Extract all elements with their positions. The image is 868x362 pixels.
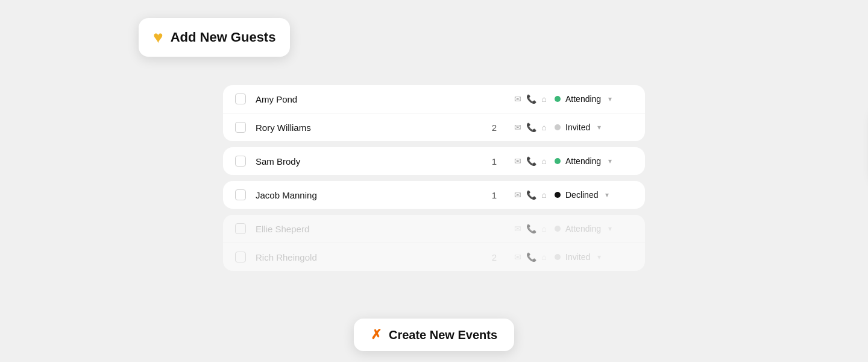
checkbox-rich[interactable] [235,252,246,262]
status-text-jacob: Declined [565,190,598,200]
phone-icon-jacob[interactable]: 📞 [526,190,536,200]
checkbox-amy[interactable] [235,94,246,104]
status-text-ellie: Attending [565,224,601,233]
table-row: Rich Rheingold 2 ✉ 📞 ⌂ Invited ▾ [223,243,645,271]
status-badge-jacob: Declined ▾ [555,190,633,200]
guest-count-sam: 1 [482,156,506,167]
status-dot-sam [555,158,561,164]
status-dot-ellie [555,226,561,232]
contact-icons-jacob: ✉ 📞 ⌂ [506,190,555,200]
email-icon-ellie[interactable]: ✉ [514,224,521,233]
status-text-rory: Invited [565,122,590,132]
home-icon[interactable]: ⌂ [541,94,546,104]
email-icon-rory[interactable]: ✉ [514,122,521,132]
status-badge-amy: Attending ▾ [555,94,633,104]
contact-icons-amy: ✉ 📞 ⌂ [506,94,555,104]
guest-name-amy: Amy Pond [256,94,482,104]
email-icon[interactable]: ✉ [514,94,521,104]
home-icon-ellie[interactable]: ⌂ [541,224,546,233]
status-dot-amy [555,96,561,102]
chevron-icon-rory[interactable]: ▾ [597,123,601,132]
phone-icon-rich[interactable]: 📞 [526,252,536,262]
status-badge-rich: Invited ▾ [555,252,633,262]
checkbox-sam[interactable] [235,156,246,167]
guest-name-rich: Rich Rheingold [256,252,482,262]
status-badge-rory: Invited ▾ [555,122,633,132]
chevron-icon-amy[interactable]: ▾ [608,95,612,103]
home-icon-jacob[interactable]: ⌂ [541,190,546,200]
phone-icon-ellie[interactable]: 📞 [526,224,536,233]
status-badge-ellie: Attending ▾ [555,224,633,233]
guest-card-2: Sam Brody 1 ✉ 📞 ⌂ Attending ▾ [223,147,645,175]
add-guests-label: Add New Guests [171,30,276,45]
email-icon-rich[interactable]: ✉ [514,252,521,262]
checkbox-rory[interactable] [235,122,246,133]
guest-name-ellie: Ellie Sheperd [256,224,482,234]
phone-icon-rory[interactable]: 📞 [526,122,536,132]
status-badge-sam: Attending ▾ [555,156,633,166]
chevron-icon-rich[interactable]: ▾ [597,253,601,261]
phone-icon[interactable]: 📞 [526,94,536,104]
page-container: ♥ Add New Guests Amy Pond ✉ 📞 ⌂ Attendin… [0,0,868,362]
heart-icon: ♥ [153,28,163,47]
table-row: Rory Williams 2 ✉ 📞 ⌂ Invited ▾ [223,113,645,141]
guest-card-1: Amy Pond ✉ 📞 ⌂ Attending ▾ Rory Williams… [223,85,645,141]
table-row: Sam Brody 1 ✉ 📞 ⌂ Attending ▾ [223,147,645,175]
chevron-icon-sam[interactable]: ▾ [608,157,612,165]
guest-name-jacob: Jacob Manning [256,190,482,200]
contact-icons-rory: ✉ 📞 ⌂ [506,122,555,132]
chevron-icon-jacob[interactable]: ▾ [605,191,609,199]
status-dot-jacob [555,192,561,198]
create-events-label: Create New Events [389,328,497,342]
table-row: Amy Pond ✉ 📞 ⌂ Attending ▾ [223,85,645,113]
fork-knife-icon: ✗ [371,327,382,343]
add-guests-bubble[interactable]: ♥ Add New Guests [139,18,290,57]
home-icon-rory[interactable]: ⌂ [541,122,546,132]
guest-card-4: Ellie Sheperd ✉ 📞 ⌂ Attending ▾ Rich Rhe… [223,215,645,271]
status-dot-rich [555,254,561,260]
status-text-sam: Attending [565,156,601,166]
email-icon-jacob[interactable]: ✉ [514,190,521,200]
checkbox-jacob[interactable] [235,189,246,200]
contact-icons-rich: ✉ 📞 ⌂ [506,252,555,262]
checkbox-ellie[interactable] [235,223,246,234]
contact-icons-ellie: ✉ 📞 ⌂ [506,224,555,233]
guest-list-container: Amy Pond ✉ 📞 ⌂ Attending ▾ Rory Williams… [223,85,645,277]
status-text-rich: Invited [565,252,590,262]
home-icon-rich[interactable]: ⌂ [541,252,546,262]
status-dot-rory [555,124,561,130]
guest-name-sam: Sam Brody [256,156,482,167]
status-text-amy: Attending [565,94,601,104]
home-icon-sam[interactable]: ⌂ [541,156,546,166]
guest-count-jacob: 1 [482,190,506,200]
guest-name-rory: Rory Williams [256,122,482,133]
contact-icons-sam: ✉ 📞 ⌂ [506,156,555,166]
guest-count-rich: 2 [482,252,506,262]
guest-card-3: Jacob Manning 1 ✉ 📞 ⌂ Declined ▾ [223,181,645,209]
guest-count-rory: 2 [482,122,506,133]
chevron-icon-ellie[interactable]: ▾ [608,224,612,233]
phone-icon-sam[interactable]: 📞 [526,156,536,166]
table-row: Jacob Manning 1 ✉ 📞 ⌂ Declined ▾ [223,181,645,209]
create-events-bubble[interactable]: ✗ Create New Events [354,319,514,351]
table-row: Ellie Sheperd ✉ 📞 ⌂ Attending ▾ [223,215,645,243]
email-icon-sam[interactable]: ✉ [514,156,521,166]
